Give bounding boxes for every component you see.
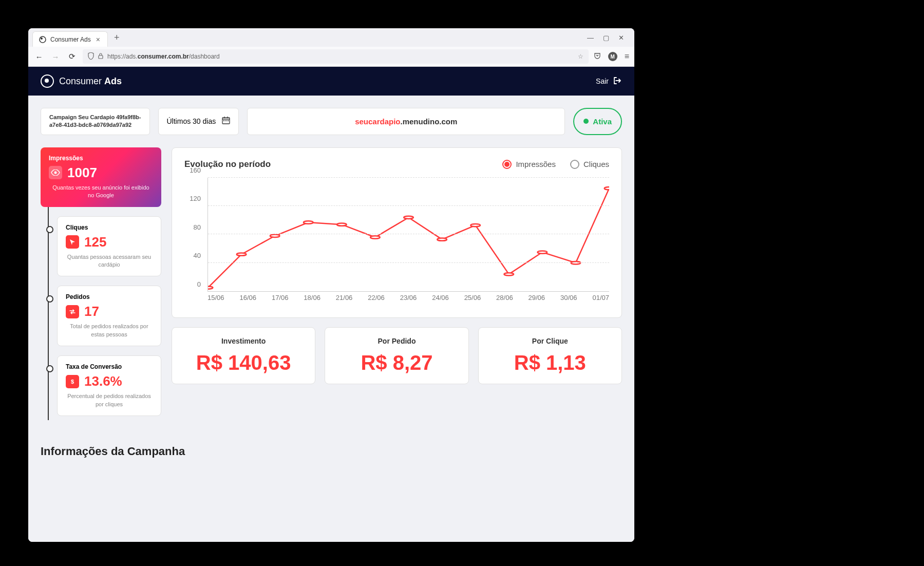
toggle-clicks[interactable]: Cliques	[570, 160, 609, 169]
info-card-per-click: Por Clique R$ 1,13	[478, 327, 622, 384]
tab-favicon-icon	[39, 36, 46, 43]
info-value: R$ 140,63	[181, 351, 306, 374]
gridline	[208, 234, 609, 234]
y-tick: 120	[190, 195, 201, 202]
url-domain: .menudino.com	[401, 117, 458, 126]
metric-desc: Total de pedidos realizados por estas pe…	[66, 323, 153, 338]
gridline	[208, 262, 609, 263]
campaign-line2: a7e8-41d3-bdc8-a0769da97a92	[49, 121, 131, 129]
app-logo[interactable]: Consumer Ads	[41, 74, 122, 88]
chart-header: Evolução no período Impressões Cliques	[184, 159, 609, 169]
svg-point-13	[237, 253, 247, 255]
metric-card-impressions[interactable]: Impressões 1007 Quantas vezes seu anúnci…	[41, 147, 161, 207]
radio-checked-icon	[502, 160, 512, 169]
browser-tab[interactable]: Consumer Ads ×	[32, 31, 108, 47]
logout-label: Sair	[596, 77, 609, 85]
x-tick: 29/06	[529, 294, 545, 306]
gridline	[208, 177, 609, 178]
pocket-icon[interactable]	[594, 52, 601, 61]
tab-bar: Consumer Ads × + — ▢ ✕	[28, 28, 634, 47]
dollar-icon: $	[66, 375, 79, 388]
x-tick: 28/06	[496, 294, 513, 306]
x-tick: 15/06	[208, 294, 224, 306]
eye-icon	[49, 166, 62, 179]
metric-card-conversion[interactable]: Taxa de Conversão $ 13.6% Percentual de …	[57, 355, 161, 416]
status-label: Ativa	[593, 117, 612, 126]
nav-bar: ← → ⟳ https://ads.consumer.com.br/dashbo…	[28, 47, 634, 66]
app-header: Consumer Ads Sair	[28, 67, 634, 96]
svg-point-17	[370, 236, 380, 238]
logout-button[interactable]: Sair	[596, 76, 622, 87]
bottom-cards: Investimento R$ 140,63 Por Pedido R$ 8,2…	[172, 327, 622, 384]
menu-icon[interactable]: ≡	[625, 52, 629, 61]
chart-y-axis: 04080120160	[184, 178, 205, 292]
y-tick: 80	[194, 223, 201, 231]
x-tick: 18/06	[304, 294, 320, 306]
dashboard: Campaign Seu Cardapio 49fa9f8b- a7e8-41d…	[28, 96, 634, 542]
brand-bold-text: Ads	[104, 76, 122, 86]
svg-point-21	[504, 273, 514, 275]
y-tick: 0	[197, 280, 201, 288]
info-card-investment: Investimento R$ 140,63	[172, 327, 315, 384]
svg-point-14	[270, 234, 280, 237]
exchange-icon	[66, 305, 79, 318]
nav-back-icon[interactable]: ←	[33, 52, 45, 61]
y-tick: 40	[194, 252, 201, 259]
campaign-url-box[interactable]: seucardapio.menudino.com	[247, 108, 565, 135]
device-frame: Consumer Ads × + — ▢ ✕ ← → ⟳ https://ads	[10, 10, 652, 560]
chart-area: 04080120160 15/0616/0617/0618/0621/0622/…	[184, 178, 609, 306]
tab-title: Consumer Ads	[50, 36, 91, 43]
tab-close-icon[interactable]: ×	[95, 35, 101, 44]
x-tick: 30/06	[560, 294, 577, 306]
brand-text: Consumer	[59, 76, 102, 86]
radio-unchecked-icon	[570, 160, 579, 169]
main-grid: Impressões 1007 Quantas vezes seu anúnci…	[41, 147, 622, 425]
svg-point-18	[404, 216, 413, 218]
nav-reload-icon[interactable]: ⟳	[66, 52, 78, 61]
chart-toggles: Impressões Cliques	[502, 160, 609, 169]
y-tick: 160	[190, 166, 201, 174]
toggle-impressions[interactable]: Impressões	[502, 160, 556, 169]
campaign-line1: Campaign Seu Cardapio 49fa9f8b-	[49, 114, 141, 121]
metric-card-orders[interactable]: Pedidos 17 Total de pedidos realizados p…	[57, 286, 161, 346]
metrics-timeline-line	[48, 204, 49, 420]
metrics-column: Impressões 1007 Quantas vezes seu anúnci…	[41, 147, 161, 425]
calendar-icon	[222, 116, 230, 126]
svg-rect-2	[99, 55, 103, 59]
x-tick: 01/07	[592, 294, 609, 306]
chart-x-axis: 15/0616/0617/0618/0621/0622/0623/0624/06…	[208, 294, 609, 306]
info-card-per-order: Por Pedido R$ 8,27	[325, 327, 468, 384]
section-title-campaign-info: Informações da Campanha	[41, 445, 622, 458]
metric-card-clicks[interactable]: Cliques 125 Quantas pessoas acessaram se…	[57, 216, 161, 277]
url-bar[interactable]: https://ads.consumer.com.br/dashboard ☆	[83, 49, 589, 64]
close-window-icon[interactable]: ✕	[618, 34, 624, 42]
period-selector[interactable]: Últimos 30 dias	[158, 108, 239, 135]
nav-forward-icon[interactable]: →	[50, 52, 61, 61]
chart-plot-area	[208, 178, 609, 292]
chart-line-svg	[208, 178, 609, 291]
metric-desc: Quantas pessoas acessaram seu cardápio	[66, 253, 153, 269]
bookmark-star-icon[interactable]: ☆	[578, 53, 583, 60]
maximize-icon[interactable]: ▢	[603, 34, 609, 42]
logo-icon	[41, 74, 54, 88]
browser-right-icons: M ≡	[594, 52, 629, 61]
svg-point-19	[437, 238, 447, 240]
campaign-name-box: Campaign Seu Cardapio 49fa9f8b- a7e8-41d…	[41, 108, 150, 135]
window-controls: — ▢ ✕	[587, 34, 630, 42]
metric-title: Impressões	[49, 155, 153, 162]
browser-chrome: Consumer Ads × + — ▢ ✕ ← → ⟳ https://ads	[28, 28, 634, 67]
new-tab-button[interactable]: +	[110, 30, 124, 45]
status-dot-icon	[583, 119, 589, 124]
info-value: R$ 8,27	[334, 351, 459, 374]
chart-column: Evolução no período Impressões Cliques	[172, 147, 622, 425]
logout-icon	[613, 76, 622, 87]
info-label: Por Clique	[488, 337, 612, 345]
metric-title: Cliques	[66, 224, 153, 231]
account-icon[interactable]: M	[608, 52, 617, 61]
svg-rect-8	[225, 120, 227, 121]
metric-desc: Percentual de pedidos realizados por cli…	[66, 392, 153, 408]
svg-point-1	[41, 37, 43, 40]
svg-point-16	[337, 223, 347, 225]
status-pill: Ativa	[573, 108, 622, 135]
minimize-icon[interactable]: —	[587, 34, 594, 42]
